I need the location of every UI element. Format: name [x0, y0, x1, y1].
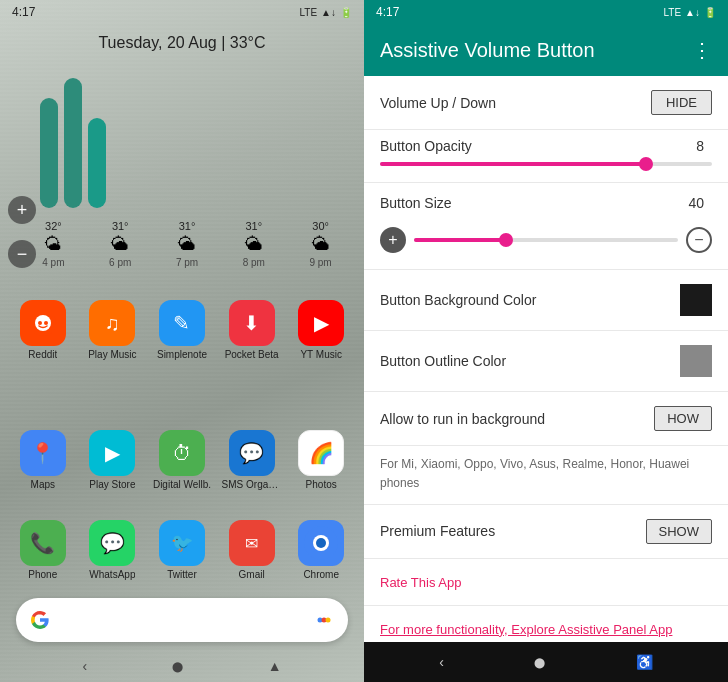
battery-icon: 🔋: [340, 7, 352, 18]
status-time-left: 4:17: [12, 5, 35, 19]
forecast-temp-4: 31°: [245, 220, 262, 232]
app-photos[interactable]: 🌈 Photos: [288, 430, 354, 490]
size-slider-fill: [414, 238, 506, 242]
opacity-header: Button Opacity 8: [380, 138, 712, 154]
show-button[interactable]: SHOW: [646, 519, 712, 544]
signal-icon-right: ▲↓: [685, 7, 700, 18]
size-plus-button[interactable]: +: [380, 227, 406, 253]
rate-app-link[interactable]: Rate This App: [380, 575, 461, 590]
assistive-volume-panel: 4:17 LTE ▲↓ 🔋 Assistive Volume Button ⋮ …: [364, 0, 728, 682]
vol-bar-2: [64, 78, 82, 208]
pocketbeta-icon: ⬇: [229, 300, 275, 346]
app-whatsapp[interactable]: 💬 WhatsApp: [80, 520, 146, 580]
forecast-item-5: 30° 🌥 9 pm: [309, 220, 331, 268]
photos-icon: 🌈: [298, 430, 344, 476]
search-bar[interactable]: [16, 598, 348, 642]
app-simplenote[interactable]: ✎ Simplenote: [149, 300, 215, 360]
size-value: 40: [688, 195, 704, 211]
nav-bar-right: ‹ ⬤ ♿: [364, 642, 728, 682]
hide-button[interactable]: HIDE: [651, 90, 712, 115]
app-simplenote-label: Simplenote: [157, 349, 207, 360]
app-playstore[interactable]: ▶ Play Store: [80, 430, 146, 490]
sms-icon: 💬: [229, 430, 275, 476]
phone-icon: 📞: [20, 520, 66, 566]
app-sms[interactable]: 💬 SMS Organiz.: [219, 430, 285, 490]
outline-color-swatch[interactable]: [680, 345, 712, 377]
app-twitter[interactable]: 🐦 Twitter: [149, 520, 215, 580]
forecast-item-3: 31° 🌥 7 pm: [176, 220, 198, 268]
app-phone[interactable]: 📞 Phone: [10, 520, 76, 580]
reddit-icon: [20, 300, 66, 346]
svg-point-3: [44, 321, 48, 325]
home-icon-right[interactable]: ⬤: [534, 657, 545, 668]
back-icon-right[interactable]: ‹: [439, 654, 444, 670]
assistive-panel-link[interactable]: Assistive Panel: [558, 622, 646, 637]
signal-icon: ▲↓: [321, 7, 336, 18]
bg-run-row: Allow to run in background HOW: [364, 392, 728, 446]
how-button[interactable]: HOW: [654, 406, 712, 431]
forecast-temp-3: 31°: [179, 220, 196, 232]
app-reddit[interactable]: Reddit: [10, 300, 76, 360]
twitter-icon: 🐦: [159, 520, 205, 566]
app-chrome[interactable]: Chrome: [288, 520, 354, 580]
opacity-slider-fill: [380, 162, 646, 166]
recents-icon-left[interactable]: ▲: [268, 658, 282, 674]
app-pocketbeta[interactable]: ⬇ Pocket Beta: [219, 300, 285, 360]
forecast-time-3: 7 pm: [176, 257, 198, 268]
battery-icon-right: 🔋: [704, 7, 716, 18]
nav-bar-left: ‹ ⬤ ▲: [0, 650, 364, 682]
svg-point-6: [316, 538, 326, 548]
vol-bar-3: [88, 118, 106, 208]
opacity-slider-row: Button Opacity 8: [364, 130, 728, 183]
bg-color-swatch[interactable]: [680, 284, 712, 316]
accessibility-icon-right[interactable]: ♿: [636, 654, 653, 670]
chrome-icon: [298, 520, 344, 566]
app-playmusic-label: Play Music: [88, 349, 136, 360]
explore-suffix: App: [646, 622, 672, 637]
volume-updown-row: Volume Up / Down HIDE: [364, 76, 728, 130]
google-g-icon: [28, 608, 52, 632]
settings-content: Volume Up / Down HIDE Button Opacity 8 B…: [364, 76, 728, 642]
app-title: Assistive Volume Button: [380, 39, 595, 62]
date-weather: Tuesday, 20 Aug | 33°C: [0, 34, 364, 52]
gmail-icon: ✉: [229, 520, 275, 566]
opacity-slider-thumb[interactable]: [639, 157, 653, 171]
app-photos-label: Photos: [306, 479, 337, 490]
title-bar: Assistive Volume Button ⋮: [364, 24, 728, 76]
forecast-icon-3: 🌥: [178, 234, 196, 255]
size-slider-thumb[interactable]: [499, 233, 513, 247]
opacity-slider-track[interactable]: [380, 162, 712, 166]
app-gmail[interactable]: ✉ Gmail: [219, 520, 285, 580]
size-slider-track[interactable]: [414, 238, 678, 242]
forecast-temp-1: 32°: [45, 220, 62, 232]
forecast-time-2: 6 pm: [109, 257, 131, 268]
size-header-row: Button Size 40: [364, 183, 728, 215]
forecast-temp-5: 30°: [312, 220, 329, 232]
app-grid-row1: Reddit ♫ Play Music ✎ Simplenote ⬇ Pocke…: [10, 300, 354, 360]
forecast-time-4: 8 pm: [243, 257, 265, 268]
forecast-temp-2: 31°: [112, 220, 129, 232]
bg-run-label: Allow to run in background: [380, 411, 654, 427]
app-grid-row2: 📍 Maps ▶ Play Store ⏱ Digital Wellb. 💬 S…: [10, 430, 354, 490]
forecast-time-5: 9 pm: [309, 257, 331, 268]
size-minus-button[interactable]: −: [686, 227, 712, 253]
temperature: 33°C: [230, 34, 266, 51]
app-playmusic[interactable]: ♫ Play Music: [80, 300, 146, 360]
back-icon-left[interactable]: ‹: [82, 658, 87, 674]
app-playstore-label: Play Store: [89, 479, 135, 490]
app-twitter-label: Twitter: [167, 569, 196, 580]
app-maps-label: Maps: [31, 479, 55, 490]
app-maps[interactable]: 📍 Maps: [10, 430, 76, 490]
date-text: Tuesday, 20 Aug |: [98, 34, 225, 51]
forecast-item-2: 31° 🌥 6 pm: [109, 220, 131, 268]
home-icon-left[interactable]: ⬤: [172, 661, 183, 672]
app-ytmusic[interactable]: ▶ YT Music: [288, 300, 354, 360]
app-reddit-label: Reddit: [28, 349, 57, 360]
forecast-item-4: 31° 🌥 8 pm: [243, 220, 265, 268]
outline-color-label: Button Outline Color: [380, 353, 680, 369]
opacity-label: Button Opacity: [380, 138, 696, 154]
google-mic-icon[interactable]: [312, 608, 336, 632]
app-digitalwellb[interactable]: ⏱ Digital Wellb.: [149, 430, 215, 490]
app-sms-label: SMS Organiz.: [222, 479, 282, 490]
overflow-menu-icon[interactable]: ⋮: [692, 38, 712, 62]
